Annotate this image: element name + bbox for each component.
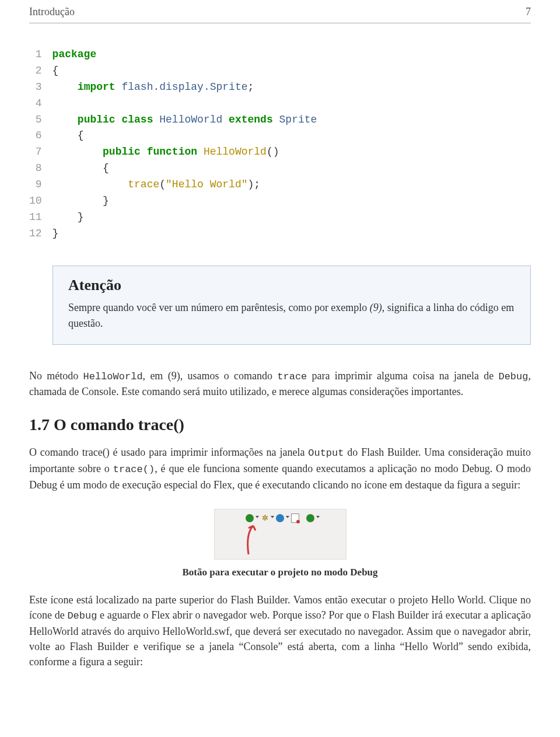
code-ref-helloworld: HelloWorld [83, 371, 143, 382]
code-body: package { import flash.display.Sprite; p… [52, 47, 317, 242]
paragraph-trace: O comando trace() é usado para imprimir … [29, 445, 531, 492]
code-ref-trace: trace [277, 371, 307, 382]
code-ref-output: Output [308, 448, 344, 459]
arrow-annotation [243, 522, 289, 557]
chapter-title: Introdução [29, 6, 75, 18]
attention-text-pre: Sempre quando você ver um número em parê… [68, 302, 370, 313]
line-numbers: 1 2 3 4 5 6 7 8 9 10 11 12 [29, 47, 52, 242]
attention-title: Atenção [68, 277, 515, 294]
section-heading: 1.7 O comando trace() [29, 415, 531, 434]
attention-ref: (9) [370, 302, 382, 313]
code-listing: 1 2 3 4 5 6 7 8 9 10 11 12 package { imp… [29, 47, 531, 242]
code-ref-debug-icon: Debug [67, 610, 97, 621]
profile-icon [305, 513, 316, 523]
figure-caption: Botão para executar o projeto no modo De… [29, 567, 531, 578]
code-ref-debug: Debug [498, 371, 528, 382]
paragraph-debug-mode: Este ícone está localizado na parte supe… [29, 592, 531, 669]
page-header: Introdução 7 [29, 0, 531, 23]
paragraph-intro: No método HelloWorld, em (9), usamos o c… [29, 368, 531, 400]
toolbar-row: ✲ [244, 509, 316, 523]
code-ref-trace-call: trace() [113, 464, 155, 475]
attention-box: Atenção Sempre quando você ver um número… [52, 266, 531, 345]
page-number: 7 [526, 6, 531, 18]
export-icon [290, 513, 300, 523]
toolbar-figure: ✲ [214, 509, 346, 560]
attention-body: Sempre quando você ver um número em parê… [68, 300, 515, 331]
